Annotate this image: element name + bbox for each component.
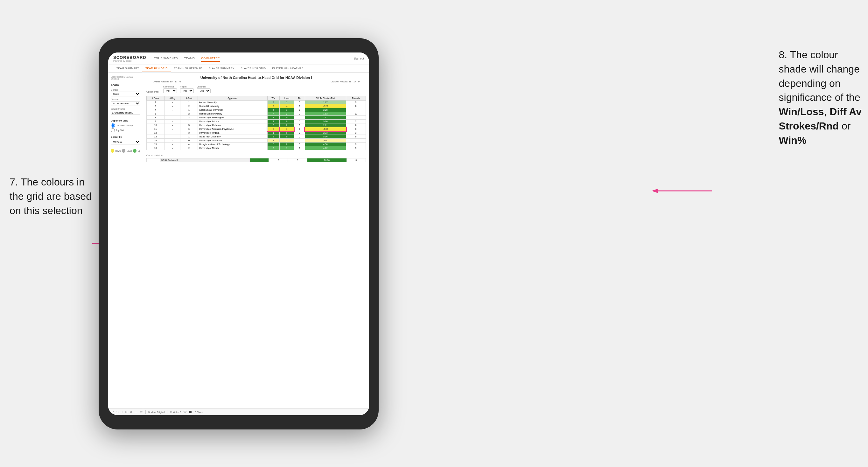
col-win: Win	[267, 96, 280, 100]
grid-title: University of North Carolina Head-to-Hea…	[146, 76, 366, 80]
cell-diff: 2.33	[305, 131, 346, 135]
cell-opponent: University of Virginia	[197, 131, 267, 135]
cell-diff: 5.56	[305, 135, 346, 139]
cell-opponent: Georgia Institute of Technology	[197, 143, 267, 146]
undo-icon[interactable]: ↩	[111, 410, 114, 413]
table-row: 15 - 4 Georgia Institute of Technology 5…	[147, 143, 366, 146]
cell-conf: 2	[180, 146, 197, 150]
cell-rounds	[346, 139, 366, 143]
sub-nav-team-summary[interactable]: TEAM SUMMARY	[113, 65, 142, 72]
radio-top100[interactable]: Top 100	[111, 128, 140, 132]
back-icon[interactable]: ‹	[122, 410, 123, 413]
cell-rounds: 8	[346, 104, 366, 108]
sub-nav-player-summary[interactable]: PLAYER SUMMARY	[206, 65, 238, 72]
division-select[interactable]: NCAA Division I	[111, 101, 140, 106]
share-btn[interactable]: ↗ Share	[194, 411, 203, 413]
cell-rank: 15	[147, 143, 164, 146]
sub-nav-team-h2h-heatmap[interactable]: TEAM H2H HEATMAP	[171, 65, 206, 72]
out-of-division-table: NCAA Division II 1 0 0 26.00 3	[146, 158, 366, 162]
cell-conf: 2	[180, 112, 197, 116]
cell-reg: -	[164, 135, 180, 139]
opponent-select[interactable]: (All)	[197, 88, 211, 93]
cell-opponent: University of Florida	[197, 146, 267, 150]
watch-btn[interactable]: 👁 Watch ▾	[170, 411, 181, 413]
cell-reg: -	[164, 116, 180, 120]
cell-win: 1	[267, 116, 280, 120]
tablet-frame: SCOREBOARD Powered by clippd TOURNAMENTS…	[99, 38, 379, 430]
division-label: Division	[111, 98, 140, 100]
view-original-btn[interactable]: ⊞ View: Original	[148, 411, 164, 413]
cell-loss: 1	[280, 127, 294, 131]
left-annotation-line1: 7. The colours in	[9, 176, 85, 188]
clock-icon[interactable]: ⏱	[140, 410, 143, 413]
cell-reg: -	[164, 146, 180, 150]
legend-level: Level	[127, 150, 132, 152]
cell-tie: 0	[294, 104, 305, 108]
cell-tie: 0	[294, 120, 305, 123]
cell-conf: 2	[180, 104, 197, 108]
nav-committee[interactable]: COMMITTEE	[201, 55, 220, 62]
cell-rounds	[346, 108, 366, 112]
sign-out-link[interactable]: Sign out	[353, 57, 364, 60]
cell-loss: 2	[280, 139, 294, 143]
cell-loss: 1	[280, 108, 294, 112]
cell-diff: 26.00	[307, 158, 346, 162]
cell-rank: 13	[147, 135, 164, 139]
colour-by-select[interactable]: Win/loss	[111, 139, 140, 145]
cell-division: NCAA Division II	[160, 158, 250, 162]
table-row: NCAA Division II 1 0 0 26.00 3	[147, 158, 366, 162]
conference-select[interactable]: (All)	[163, 88, 177, 93]
cell-diff: 4.62	[305, 146, 346, 150]
forward-icon[interactable]: ⊞	[125, 410, 128, 413]
grid-area: University of North Carolina Head-to-Hea…	[143, 72, 369, 408]
view-icon: ⊞	[148, 411, 150, 413]
cell-conf: 1	[180, 135, 197, 139]
division-record: Division Record: 88 - 17 - 0	[331, 80, 360, 83]
cell-tie: 0	[294, 112, 305, 116]
radio-opponents-played[interactable]: Opponents Played	[111, 123, 140, 128]
cell-loss: 4	[280, 104, 294, 108]
dash-icon[interactable]: —	[134, 410, 137, 413]
cell-rounds: 9	[346, 135, 366, 139]
sub-nav-player-h2h-heatmap[interactable]: PLAYER H2H HEATMAP	[269, 65, 307, 72]
cell-diff: -4.33	[305, 127, 346, 131]
cell-reg: -	[164, 112, 180, 116]
nav-tournaments[interactable]: TOURNAMENTS	[154, 55, 178, 62]
right-annotation-line4: significance of the	[779, 92, 860, 103]
conference-filter: Conference (All)	[163, 86, 177, 93]
cell-win: 4	[267, 112, 280, 116]
nav-teams[interactable]: TEAMS	[184, 55, 195, 62]
cell-opponent: Auburn University	[197, 100, 267, 104]
school-input[interactable]	[111, 111, 140, 115]
main-content: Last Updated: 27/03/2024 16:55:38 Team G…	[108, 72, 369, 408]
sub-nav-team-h2h-grid[interactable]: TEAM H2H GRID	[142, 65, 171, 72]
gender-select[interactable]: Men's	[111, 92, 140, 96]
present-btn[interactable]: ⬛	[189, 411, 192, 413]
table-row: 11 - 6 University of Arkansas, Fayettevi…	[147, 127, 366, 131]
cell-tie: 0	[294, 131, 305, 135]
legend-up: Up	[138, 150, 140, 152]
cell-reg: -	[164, 120, 180, 123]
copy-icon[interactable]: ⧉	[130, 410, 132, 414]
table-row: 10 - 5 University of Alabama 3 0 0 2.61 …	[147, 123, 366, 127]
legend-dot-down	[111, 149, 114, 153]
opponents-label: Opponents:	[146, 90, 159, 93]
region-select[interactable]: (All)	[180, 88, 194, 93]
cell-rank: 16	[147, 146, 164, 150]
cell-win: 2	[267, 100, 280, 104]
cell-loss: 1	[280, 146, 294, 150]
cell-rank: 10	[147, 123, 164, 127]
col-diff: Diff Av Strokes/Rnd	[305, 96, 346, 100]
bottom-toolbar: ↩ ↪ ‹ ⊞ ⧉ — ⏱ ⊞ View: Original 👁 Watch ▾…	[108, 408, 369, 415]
redo-icon[interactable]: ↪	[117, 410, 119, 413]
cell-loss: 0	[280, 120, 294, 123]
school-label: School (Rank)	[111, 108, 140, 110]
sub-nav-player-h2h-grid[interactable]: PLAYER H2H GRID	[238, 65, 269, 72]
comment-btn[interactable]: 💬	[184, 411, 186, 413]
cell-loss: 2	[280, 112, 294, 116]
separator2	[167, 410, 167, 414]
cell-rank: 2	[147, 100, 164, 104]
opponent-view-title: Opponent View	[111, 119, 140, 122]
right-annotation-strokes: Strokes/Rnd	[779, 120, 839, 132]
legend-down: Down	[116, 150, 121, 152]
